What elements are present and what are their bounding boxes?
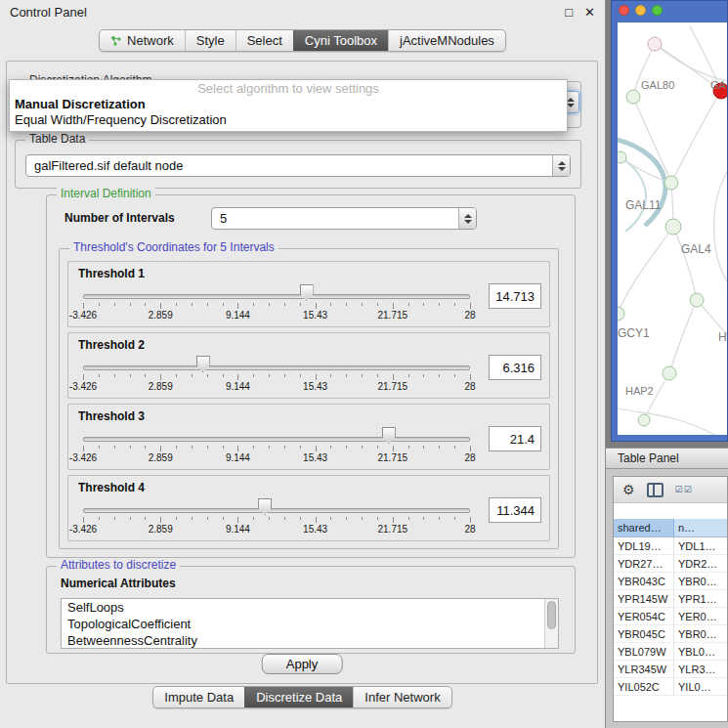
network-tab-icon: [110, 35, 122, 47]
slider-tick: [114, 517, 115, 520]
slider-tick-label: 2.859: [149, 381, 173, 392]
table-cell-shared-name[interactable]: YBL079W: [614, 643, 674, 660]
numerical-attributes-listbox[interactable]: SelfLoopsTopologicalCoefficientBetweenne…: [61, 598, 559, 649]
network-node[interactable]: [690, 293, 704, 307]
zoom-window-icon[interactable]: [652, 5, 663, 16]
table-cell-shared-name[interactable]: YLR345W: [614, 661, 674, 677]
minimize-window-icon[interactable]: [635, 5, 646, 16]
tab-impute-data[interactable]: Impute Data: [153, 687, 244, 707]
slider-track[interactable]: [83, 294, 470, 299]
threshold-value-field[interactable]: 11.344: [489, 497, 541, 523]
attribute-item[interactable]: SelfLoops: [62, 599, 558, 616]
table-cell-name[interactable]: YDR2…: [674, 555, 727, 572]
table-cell-name[interactable]: YBL0…: [674, 643, 727, 660]
slider-track[interactable]: [83, 508, 470, 513]
slider-tick: [330, 303, 331, 306]
listbox-scrollbar[interactable]: [544, 599, 558, 648]
column-header-shared-name[interactable]: shared…: [614, 519, 674, 536]
network-canvas[interactable]: GAL80GAGAL11GAL4GCY1HHAP2: [618, 22, 727, 435]
attribute-items: SelfLoopsTopologicalCoefficientBetweenne…: [62, 599, 558, 649]
table-row[interactable]: YDL19…YDL1…: [614, 537, 727, 555]
network-node[interactable]: [648, 37, 662, 51]
table-cell-shared-name[interactable]: YBR045C: [614, 625, 674, 642]
slider-tick: [269, 517, 270, 520]
network-node[interactable]: [663, 366, 676, 380]
cyni-toolbox-content: Discretization Algorithm Select algorith…: [6, 61, 598, 684]
table-cell-name[interactable]: YER0…: [674, 608, 727, 624]
apply-button[interactable]: Apply: [262, 654, 343, 674]
table-data-combobox-value: galFiltered.sif default node: [26, 155, 552, 176]
slider-track[interactable]: [83, 437, 470, 442]
threshold-panel-2: Threshold 2-3.4262.8599.14415.4321.71528…: [67, 332, 550, 399]
tab-jactivemnodules[interactable]: jActiveMNodules: [388, 30, 505, 51]
table-cell-shared-name[interactable]: YER054C: [614, 608, 674, 624]
threshold-value-field[interactable]: 21.4: [489, 426, 541, 451]
network-node[interactable]: [665, 219, 681, 235]
threshold-slider[interactable]: -3.4262.8599.14415.4321.71528: [76, 280, 477, 323]
algorithm-option-manual[interactable]: Manual Discretization: [10, 97, 567, 112]
table-data-combobox[interactable]: galFiltered.sif default node: [25, 154, 571, 177]
table-cell-name[interactable]: YPR1…: [674, 590, 727, 607]
table-cell-name[interactable]: YBR0…: [674, 573, 727, 589]
column-header-name[interactable]: n…: [674, 519, 727, 536]
table-cell-shared-name[interactable]: YPR145W: [614, 590, 674, 607]
network-node[interactable]: [618, 307, 624, 321]
tab-style[interactable]: Style: [185, 30, 236, 51]
tab-select[interactable]: Select: [236, 30, 293, 51]
slider-track[interactable]: [83, 365, 470, 370]
table-row[interactable]: YLR345WYLR3…: [614, 661, 727, 678]
table-cell-name[interactable]: YDL1…: [674, 537, 727, 554]
algorithm-option-equal-width[interactable]: Equal Width/Frequency Discretization: [10, 112, 567, 128]
attribute-item[interactable]: BetweennessCentrality: [62, 632, 558, 649]
slider-tick: [408, 303, 409, 306]
table-row[interactable]: YPR145WYPR1…: [614, 590, 727, 608]
close-window-icon[interactable]: [619, 5, 629, 16]
attribute-item[interactable]: TopologicalCoefficient: [62, 616, 558, 632]
table-cell-name[interactable]: YLR3…: [674, 661, 727, 677]
table-row[interactable]: YBR045CYBR0…: [614, 625, 727, 643]
slider-tick: [454, 517, 455, 520]
threshold-value-field[interactable]: 14.713: [489, 283, 541, 309]
threshold-label: Threshold 2: [78, 338, 541, 352]
threshold-slider[interactable]: -3.4262.8599.14415.4321.71528: [76, 423, 477, 466]
threshold-slider[interactable]: -3.4262.8599.14415.4321.71528: [76, 494, 477, 537]
tab-infer-network[interactable]: Infer Network: [353, 687, 450, 707]
table-columns-icon[interactable]: [647, 483, 664, 497]
number-of-intervals-combobox[interactable]: 5: [211, 207, 477, 230]
slider-tick: [130, 303, 131, 306]
table-row[interactable]: YIL052CYIL0…: [614, 678, 727, 696]
table-cell-shared-name[interactable]: YDL19…: [614, 537, 674, 554]
table-row[interactable]: YBR043CYBR0…: [614, 573, 727, 590]
table-cell-name[interactable]: YIL0…: [674, 678, 727, 695]
slider-tick: [114, 374, 115, 377]
slider-tick-label: -3.426: [69, 452, 97, 463]
listbox-scrollbar-thumb[interactable]: [547, 601, 556, 629]
network-view-window[interactable]: GAL80GAGAL11GAL4GCY1HHAP2: [611, 0, 728, 442]
gear-icon[interactable]: ⚙: [622, 483, 635, 496]
slider-tick-label: 15.43: [303, 381, 327, 392]
close-panel-icon[interactable]: ✕: [584, 6, 595, 19]
tab-network[interactable]: Network: [100, 30, 185, 51]
network-node[interactable]: [618, 151, 626, 163]
tab-network-label: Network: [127, 33, 174, 48]
threshold-value-field[interactable]: 6.316: [489, 355, 541, 380]
network-node[interactable]: [626, 90, 640, 104]
combo-stepper-icon[interactable]: [552, 155, 570, 176]
table-cell-shared-name[interactable]: YIL052C: [614, 678, 674, 695]
combo-stepper-icon[interactable]: [458, 208, 476, 229]
table-cell-shared-name[interactable]: YDR27…: [614, 555, 674, 572]
table-cell-shared-name[interactable]: YBR043C: [614, 573, 674, 589]
tab-cyni-toolbox[interactable]: Cyni Toolbox: [293, 30, 388, 51]
table-row[interactable]: YBL079WYBL0…: [614, 643, 727, 661]
threshold-slider[interactable]: -3.4262.8599.14415.4321.71528: [76, 352, 477, 395]
table-row[interactable]: YER054CYER0…: [614, 608, 727, 625]
tab-discretize-data-label: Discretize Data: [256, 690, 342, 705]
network-node[interactable]: [638, 414, 650, 426]
slider-track-zone: -3.4262.8599.14415.4321.71528: [83, 494, 470, 537]
table-cell-name[interactable]: YBR0…: [674, 625, 727, 642]
tab-discretize-data[interactable]: Discretize Data: [244, 687, 353, 707]
table-row[interactable]: YDR27…YDR2…: [614, 555, 727, 573]
network-node[interactable]: [664, 176, 678, 190]
float-panel-icon[interactable]: □: [565, 6, 573, 19]
select-columns-icon[interactable]: ☑☑: [675, 485, 693, 494]
